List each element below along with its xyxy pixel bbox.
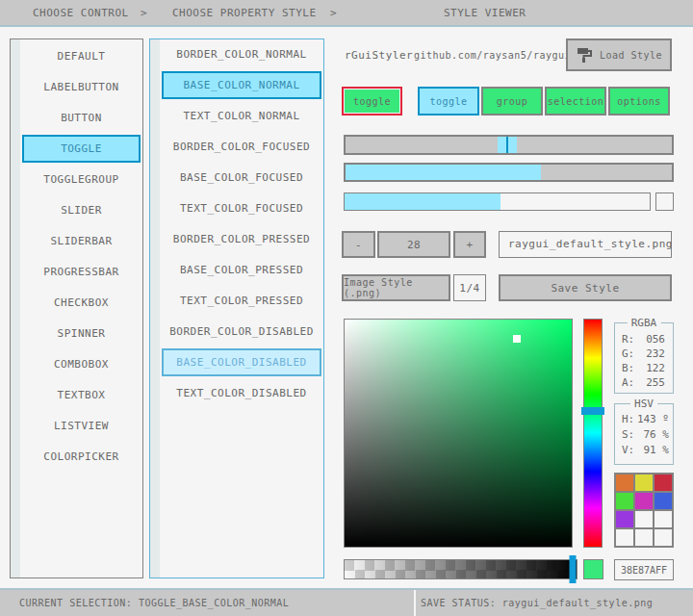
property-list-item[interactable]: TEXT_COLOR_DISABLED [162,379,321,407]
property-list-item[interactable]: BORDER_COLOR_DISABLED [162,318,321,346]
spinner-decrement-button[interactable]: - [342,231,375,258]
spinner-increment-button[interactable]: + [453,231,486,258]
preview-toggle-button[interactable]: selection [545,87,606,116]
color-swatch[interactable] [654,511,672,527]
current-color-swatch [583,559,603,579]
color-picker-area[interactable] [344,319,573,548]
properties-scrollbar[interactable] [150,39,160,578]
property-list-item[interactable]: BASE_COLOR_NORMAL [162,71,321,99]
property-list-item-label: BORDER_COLOR_FOCUSED [173,141,310,153]
color-swatch[interactable] [635,493,653,509]
property-list-item[interactable]: BORDER_COLOR_PRESSED [162,225,321,253]
hsv-group-title: HSV [630,398,657,410]
preview-sliderbar[interactable] [344,163,674,182]
color-picker-cursor[interactable] [513,335,521,343]
property-list-item-label: BORDER_COLOR_NORMAL [176,48,306,61]
property-list-item-label: BASE_COLOR_NORMAL [183,79,299,91]
control-list-item[interactable]: COMBOBOX [22,350,141,378]
property-list-item[interactable]: BORDER_COLOR_NORMAL [162,40,321,68]
control-list-item[interactable]: BUTTON [22,104,141,132]
repo-link[interactable]: github.com/raysan5/raygui [414,46,571,65]
color-swatch[interactable] [616,475,633,491]
hsv-row-value: 91 % [644,444,670,456]
control-list-item-label: COLORPICKER [43,450,118,463]
property-list-item[interactable]: TEXT_COLOR_NORMAL [162,102,321,130]
control-list-item[interactable]: TOGGLEGROUP [22,166,141,193]
alpha-slider[interactable] [344,559,578,579]
hsv-row: V: 91 % [615,442,673,457]
color-swatch[interactable] [635,511,653,527]
color-swatch[interactable] [654,475,672,491]
property-list-item-label: BORDER_COLOR_DISABLED [169,325,314,338]
controls-list: DEFAULT LABELBUTTON BUTTON TOGGLE TOGGLE… [20,39,142,578]
control-list-item[interactable]: PROGRESSBAR [22,258,141,286]
ratio-button[interactable]: 1/4 [453,274,486,301]
load-style-button[interactable]: Load Style [566,38,672,71]
control-list-item[interactable]: LABELBUTTON [22,73,141,101]
control-list-item[interactable]: LISTVIEW [22,412,141,440]
preview-checkbox[interactable] [655,192,674,211]
property-list-item-label: BASE_COLOR_FOCUSED [180,171,303,184]
app-title: rGuiStyler [345,46,413,65]
control-list-item[interactable]: TOGGLE [22,135,141,163]
property-list-item[interactable]: TEXT_COLOR_FOCUSED [162,194,321,222]
slider-handle[interactable] [498,137,517,153]
preview-toggle-button[interactable]: group [481,87,543,116]
hsv-row: H: 143 º [615,411,673,426]
rgba-row: G: 232 [615,346,673,361]
property-list-item[interactable]: TEXT_COLOR_PRESSED [162,287,321,315]
hue-slider[interactable] [581,319,604,548]
image-style-button[interactable]: Image Style (.png) [342,274,450,301]
control-list-item[interactable]: SLIDER [22,196,141,224]
color-swatch-grid [614,473,674,548]
rgba-row-label: A: [622,376,634,389]
property-list-item[interactable]: BASE_COLOR_DISABLED [162,348,321,376]
hsv-group-box: HSV H: 143 º S: 76 % V: 91 % [614,403,674,465]
breadcrumb-style-viewer: STYLE VIEWER [444,0,526,27]
status-save-status: SAVE STATUS: raygui_default_style.png [416,590,693,616]
property-list-item[interactable]: BASE_COLOR_PRESSED [162,256,321,284]
color-swatch[interactable] [616,529,633,546]
alpha-slider-handle[interactable] [570,555,577,583]
save-style-button[interactable]: Save Style [499,274,672,301]
control-list-item-label: PROGRESSBAR [43,266,118,278]
style-filename-input[interactable]: raygui_default_style.png [499,231,672,258]
property-list-item[interactable]: BASE_COLOR_FOCUSED [162,164,321,192]
property-list-item[interactable]: BORDER_COLOR_FOCUSED [162,133,321,161]
control-list-item-label: TEXTBOX [58,389,106,401]
color-swatch[interactable] [654,529,672,546]
rgba-row: R: 056 [615,332,673,346]
preview-progressbar [344,192,651,211]
control-list-item[interactable]: DEFAULT [22,42,141,70]
preview-toggle-button[interactable]: toggle [418,87,479,116]
control-list-item[interactable]: CHECKBOX [22,289,141,317]
rgba-row-label: B: [622,362,634,374]
color-swatch[interactable] [616,493,633,509]
preview-slider[interactable] [344,135,674,155]
property-list-item-label: TEXT_COLOR_NORMAL [183,110,299,122]
color-swatch[interactable] [654,493,672,509]
color-swatch[interactable] [635,475,653,491]
control-list-item[interactable]: SLIDERBAR [22,227,141,255]
breadcrumb-choose-control: CHOOSE CONTROL [33,0,129,27]
minus-icon: - [355,239,362,251]
controls-scrollbar[interactable] [11,39,20,578]
control-list-item-label: TOGGLE [61,142,102,155]
load-style-label: Load Style [600,50,662,61]
preview-toggle-button[interactable]: options [608,87,670,116]
spinner-value[interactable]: 28 [377,231,450,258]
control-list-item[interactable]: COLORPICKER [22,443,141,471]
control-list-item[interactable]: TEXTBOX [22,381,141,409]
hue-gradient-bar[interactable] [583,319,603,548]
chevron-right-icon: > [330,0,337,27]
hsv-row: S: 76 % [615,426,673,442]
status-current-selection: CURRENT SELECTION: TOGGLE_BASE_COLOR_NOR… [0,590,414,616]
control-list-item[interactable]: SPINNER [22,320,141,347]
preview-toggle-button[interactable]: toggle [342,87,402,116]
rgba-row-value: 122 [646,362,665,374]
color-swatch[interactable] [616,511,633,527]
control-list-item-label: COMBOBOX [54,358,109,371]
hue-slider-handle[interactable] [581,407,604,415]
hex-color-input[interactable]: 38E87AFF [614,559,674,580]
color-swatch[interactable] [635,529,653,546]
